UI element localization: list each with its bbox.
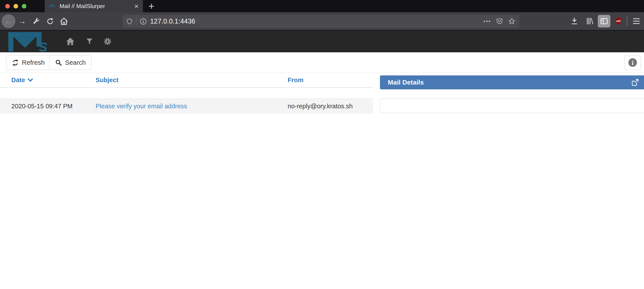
info-glyph: i — [632, 59, 634, 66]
mail-list-table: Date Subject From 2020-05-15 09:47 PM Pl… — [0, 73, 373, 114]
browser-tab-bar: s Mail // MailSlurper × + — [0, 0, 644, 12]
mailslurper-navbar: s — [0, 30, 644, 52]
minimize-window-button[interactable] — [14, 4, 18, 8]
back-button[interactable]: ← — [2, 14, 15, 28]
close-window-button[interactable] — [5, 4, 10, 8]
refresh-label: Refresh — [22, 59, 45, 66]
wrench-button[interactable] — [32, 17, 40, 25]
mail-row-from: no-reply@ory.kratos.sh — [288, 103, 373, 110]
mail-subject-link[interactable]: Please verify your email address — [96, 103, 187, 110]
ublock-shield-icon: uO — [614, 17, 622, 25]
ublock-glyph: uO — [616, 19, 621, 23]
nav-filter-button[interactable] — [86, 38, 93, 45]
reload-button[interactable] — [46, 17, 54, 25]
empty-table-row — [0, 88, 373, 98]
sidebar-icon — [600, 18, 608, 25]
logo-s-glyph: s — [39, 36, 48, 52]
browser-tab[interactable]: s Mail // MailSlurper × — [45, 0, 143, 12]
search-icon — [55, 59, 62, 66]
site-info-icon[interactable] — [140, 18, 147, 25]
home-icon — [60, 17, 68, 25]
tab-title: Mail // MailSlurper — [60, 3, 132, 9]
downloads-button[interactable] — [570, 17, 579, 25]
nav-home-icon — [66, 37, 75, 45]
page-actions-icon[interactable]: ••• — [484, 18, 491, 24]
mail-row-date: 2020-05-15 09:47 PM — [0, 103, 96, 110]
wrench-icon — [32, 17, 40, 25]
window-controls[interactable] — [5, 4, 26, 8]
mail-details-title: Mail Details — [388, 79, 424, 86]
search-label: Search — [65, 59, 86, 66]
favicon-s-glyph: s — [54, 5, 55, 8]
column-header-subject[interactable]: Subject — [96, 76, 288, 84]
sort-descending-chevron-icon — [28, 78, 33, 82]
maximize-window-button[interactable] — [22, 4, 26, 8]
mail-table-header-row: Date Subject From — [0, 73, 373, 88]
library-icon — [586, 17, 594, 25]
tab-favicon-mailslurper-icon: s — [49, 3, 56, 9]
tracking-protection-shield-icon[interactable] — [126, 18, 132, 25]
toolbar-divider — [627, 16, 627, 26]
refresh-button[interactable]: Refresh — [6, 55, 51, 70]
menu-button[interactable] — [632, 18, 640, 24]
info-button[interactable]: i — [624, 55, 641, 70]
mail-details-panel: Mail Details — [380, 75, 644, 113]
url-bar[interactable]: 127.0.0.1:4436 ••• — [123, 15, 520, 28]
page-toolbar: Refresh Search i — [0, 52, 644, 73]
nav-settings-button[interactable] — [104, 37, 112, 45]
open-external-link-icon[interactable] — [631, 79, 639, 86]
mail-details-header: Mail Details — [380, 75, 644, 89]
search-button[interactable]: Search — [49, 55, 92, 70]
sidebar-toggle-button[interactable] — [598, 15, 610, 27]
bookmark-star-icon[interactable] — [508, 18, 516, 25]
library-button[interactable] — [585, 17, 594, 25]
download-icon — [570, 17, 578, 25]
tab-close-icon[interactable]: × — [134, 2, 138, 10]
filter-funnel-icon — [86, 38, 93, 45]
column-header-date[interactable]: Date — [0, 76, 96, 84]
reload-icon — [46, 17, 54, 25]
main-content: Date Subject From 2020-05-15 09:47 PM Pl… — [0, 73, 644, 289]
info-icon: i — [628, 58, 637, 67]
ublock-origin-button[interactable]: uO — [614, 17, 623, 25]
browser-toolbar: ← → 127.0.0.1:4 — [0, 12, 644, 30]
home-button[interactable] — [59, 17, 68, 25]
back-arrow-icon: ← — [4, 17, 12, 25]
url-text[interactable]: 127.0.0.1:4436 — [150, 17, 484, 25]
forward-arrow-icon: → — [18, 17, 26, 25]
hamburger-icon — [633, 18, 640, 19]
urlbar-divider — [136, 18, 136, 25]
gear-icon — [104, 37, 112, 45]
nav-home-button[interactable] — [66, 37, 75, 45]
mailslurper-logo[interactable]: s — [6, 31, 55, 52]
forward-button[interactable]: → — [18, 17, 26, 25]
mail-details-body — [380, 98, 644, 113]
column-header-from[interactable]: From — [288, 76, 373, 84]
refresh-icon — [12, 59, 19, 66]
mail-row[interactable]: 2020-05-15 09:47 PM Please verify your e… — [0, 98, 373, 114]
new-tab-button[interactable]: + — [146, 0, 157, 12]
pocket-icon[interactable] — [496, 18, 503, 25]
date-header-label: Date — [11, 76, 25, 84]
